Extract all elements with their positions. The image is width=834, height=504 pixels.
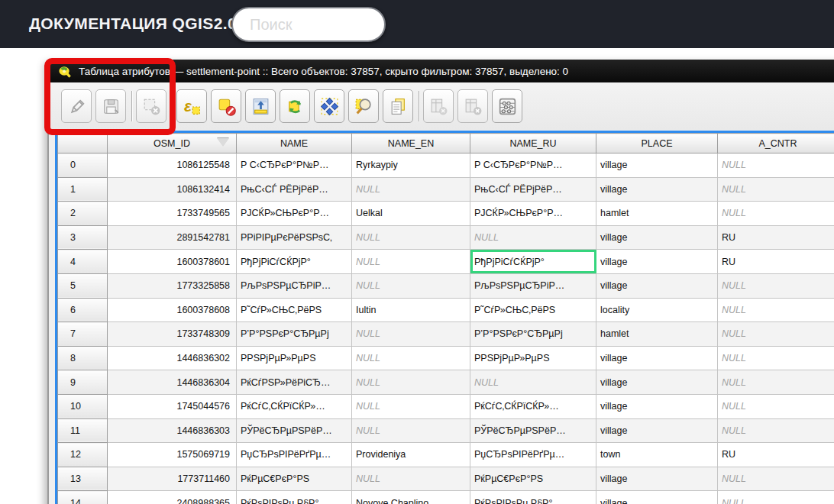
cell-place[interactable]: hamlet (596, 202, 718, 226)
cell-name[interactable]: РЎРёСЂРµРЅРёР… (237, 418, 352, 443)
zoom-to-selected-button[interactable] (348, 89, 379, 123)
row-number[interactable]: 14 (58, 491, 108, 504)
corner-header[interactable] (58, 134, 108, 153)
row-number[interactable]: 11 (58, 418, 108, 443)
cell-name-ru[interactable]: РќРѕРІРѕРµ Р§Р°… (470, 491, 596, 504)
cell-name[interactable]: Р­РіРІРµРєРёРЅРѕС‚ (237, 225, 352, 250)
row-number[interactable]: 10 (58, 394, 108, 418)
cell-osm-id[interactable]: 1733748309 (108, 322, 237, 347)
cell-name[interactable]: Р’Р°РЅРєР°СЂРµРј (237, 322, 352, 347)
cell-place[interactable]: village (596, 346, 718, 370)
cell-name[interactable]: РђРјРіСѓСЌРјР° (237, 250, 352, 274)
cell-name-ru[interactable]: РљРѕРЅРµСЂРіР… (470, 273, 596, 298)
cell-name-en[interactable]: Novoye Chaplino (352, 491, 470, 504)
cell-place[interactable]: village (596, 467, 718, 491)
cell-name-ru[interactable]: Р С‹СЂРєР°Р№Р… (470, 153, 596, 178)
cell-osm-id[interactable]: 1600378601 (108, 250, 237, 274)
cell-a-cntr[interactable]: NULL (718, 322, 834, 347)
row-number[interactable]: 9 (58, 370, 108, 395)
row-number[interactable]: 3 (58, 225, 108, 250)
cell-name-ru[interactable]: Р˜СѓР»СЊС‚РёРЅ (470, 298, 596, 322)
cell-a-cntr[interactable]: RU (718, 250, 834, 274)
column-header-a-cntr[interactable]: A_CNTR (718, 134, 834, 153)
row-number[interactable]: 1 (58, 177, 108, 202)
cell-name[interactable]: РџСЂРѕРІРёРґРµ… (237, 443, 352, 467)
cell-name-en[interactable]: NULL (352, 370, 470, 395)
cell-name-ru[interactable]: Р­РЅРјРµР»РµРЅ (470, 346, 596, 370)
row-number[interactable]: 8 (58, 346, 108, 370)
cell-a-cntr[interactable]: RU (718, 225, 834, 250)
cell-a-cntr[interactable]: NULL (718, 202, 834, 226)
cell-name-ru[interactable]: РЈСЌР»СЊРєР°Р… (470, 202, 596, 226)
cell-place[interactable]: village (596, 370, 718, 395)
cell-place[interactable]: locality (596, 298, 718, 322)
deselect-all-button[interactable] (211, 89, 241, 123)
cell-name[interactable]: Р­РЅРјРµР»РµРЅ (237, 346, 352, 370)
cell-name[interactable]: РњС‹СЃ РЁРјРёР… (237, 177, 352, 202)
cell-place[interactable]: village (596, 177, 718, 202)
cell-osm-id[interactable]: 1446836302 (108, 346, 237, 370)
cell-a-cntr[interactable]: NULL (718, 394, 834, 418)
cell-name-ru[interactable]: NULL (470, 225, 596, 250)
cell-place[interactable]: village (596, 491, 718, 504)
cell-osm-id[interactable]: 1733749565 (108, 202, 237, 226)
cell-osm-id[interactable]: 1600378608 (108, 298, 237, 322)
cell-name-en[interactable]: NULL (352, 273, 470, 298)
cell-a-cntr[interactable]: RU (718, 443, 834, 467)
cell-a-cntr[interactable]: NULL (718, 298, 834, 322)
cell-a-cntr[interactable]: NULL (718, 467, 834, 491)
cell-name-ru[interactable]: РњС‹СЃ РЁРјРёР… (470, 177, 596, 202)
cell-osm-id[interactable]: 1745044576 (108, 394, 237, 418)
cell-name-en[interactable]: Ryrkaypiy (352, 153, 470, 178)
cell-name[interactable]: Р С‹СЂРєР°Р№Р… (237, 153, 352, 178)
row-number[interactable]: 12 (58, 443, 108, 467)
cell-osm-id[interactable]: 1773325858 (108, 273, 237, 298)
cell-name[interactable]: РќСѓС‚СЌРїСЌР»… (237, 394, 352, 418)
cell-name[interactable]: РљРѕРЅРµСЂРіР… (237, 273, 352, 298)
cell-name-en[interactable]: NULL (352, 322, 470, 347)
row-number[interactable]: 6 (58, 298, 108, 322)
cell-a-cntr[interactable]: NULL (718, 273, 834, 298)
row-number[interactable]: 2 (58, 202, 108, 226)
pan-to-selected-button[interactable] (314, 89, 344, 123)
cell-osm-id[interactable]: 1575069719 (108, 443, 237, 467)
cell-name-ru[interactable]: РЎРёСЂРµРЅРёР… (470, 418, 596, 443)
column-header-name-en[interactable]: NAME_EN (352, 134, 470, 153)
cell-place[interactable]: village (596, 250, 718, 274)
cell-name[interactable]: РЈСЌР»СЊРєР°Р… (237, 202, 352, 226)
column-header-name-ru[interactable]: NAME_RU (470, 134, 596, 153)
cell-name-ru[interactable]: NULL (470, 370, 596, 395)
cell-osm-id[interactable]: 1086132414 (108, 177, 237, 202)
cell-name-en[interactable]: NULL (352, 418, 470, 443)
cell-place[interactable]: village (596, 225, 718, 250)
row-number[interactable]: 5 (58, 273, 108, 298)
cell-place[interactable]: town (596, 443, 718, 467)
cell-name[interactable]: РќРѕРІРѕРµ Р§Р°… (237, 491, 352, 504)
cell-osm-id[interactable]: 2408988365 (108, 491, 237, 504)
cell-name-ru[interactable]: РђРјРіСѓСЌРјР° (470, 250, 596, 274)
cell-name-ru[interactable]: Р’Р°РЅРєР°СЂРµРј (470, 322, 596, 347)
cell-a-cntr[interactable]: NULL (718, 491, 834, 504)
cell-name-en[interactable]: NULL (352, 346, 470, 370)
cell-osm-id[interactable]: 1446836303 (108, 418, 237, 443)
cell-a-cntr[interactable]: NULL (718, 370, 834, 395)
cell-place[interactable]: village (596, 394, 718, 418)
cell-osm-id[interactable]: 1446836304 (108, 370, 237, 395)
cell-name-ru[interactable]: РќСѓС‚СЌРїСЌР»… (470, 394, 596, 418)
select-by-expression-button[interactable]: ε (176, 89, 207, 123)
open-field-calculator-button[interactable] (492, 89, 522, 123)
cell-place[interactable]: village (596, 273, 718, 298)
column-header-osm-id[interactable]: OSM_ID (108, 134, 237, 153)
cell-name-en[interactable]: Provideniya (352, 443, 470, 467)
column-header-name[interactable]: NAME (237, 134, 352, 153)
window-titlebar[interactable]: Таблица атрибутов — settlement-point :: … (49, 60, 834, 82)
cell-name-ru[interactable]: РџСЂРѕРІРёРґРµ… (470, 443, 596, 467)
cell-osm-id[interactable]: 2891542781 (108, 225, 237, 250)
cell-place[interactable]: village (596, 418, 718, 443)
cell-name-en[interactable]: NULL (352, 225, 470, 250)
cell-name-en[interactable]: NULL (352, 394, 470, 418)
cell-name-en[interactable]: Uelkal (352, 202, 470, 226)
cell-name[interactable]: РќРµС€РєР°РЅ (237, 467, 352, 491)
cell-a-cntr[interactable]: NULL (718, 346, 834, 370)
cell-osm-id[interactable]: 1086125548 (108, 153, 237, 178)
